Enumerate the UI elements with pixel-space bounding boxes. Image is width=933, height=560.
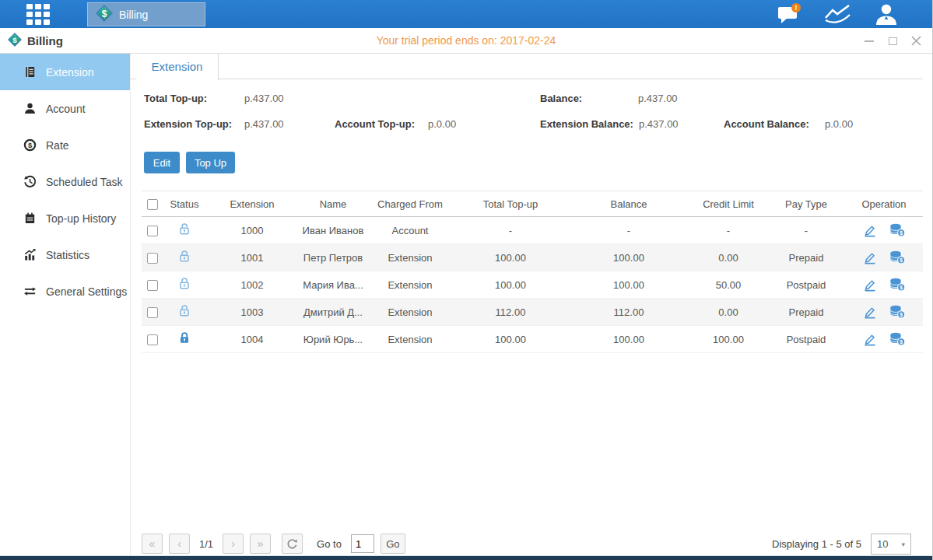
cell-charged-from: Extension: [367, 252, 453, 264]
top-bar: $ Billing !: [0, 0, 932, 28]
sidebar-item-extension[interactable]: Extension: [0, 54, 130, 90]
last-page-button[interactable]: »: [250, 534, 271, 554]
sidebar-label: Rate: [46, 139, 69, 152]
sidebar-item-account[interactable]: Account: [0, 90, 130, 127]
table-row: 1004 Юрий Юрь... Extension 100.00 100.00…: [142, 326, 923, 353]
cell-balance: 100.00: [568, 252, 689, 264]
goto-label: Go to: [317, 538, 342, 550]
cell-name: Мария Ива...: [299, 279, 367, 291]
lock-open-icon: [178, 281, 191, 292]
edit-pencil-icon[interactable]: [862, 224, 877, 237]
billing-app-window: $ Billing !: [0, 0, 933, 560]
go-button[interactable]: Go: [381, 534, 405, 554]
first-page-button[interactable]: «: [142, 534, 163, 554]
notifications-chat-icon[interactable]: !: [775, 2, 805, 26]
col-pay-type: Pay Type: [767, 198, 845, 210]
cell-extension: 1002: [205, 279, 299, 291]
svg-text:$: $: [12, 35, 17, 44]
topup-coins-icon[interactable]: $: [889, 250, 906, 264]
col-total-topup: Total Top-up: [453, 198, 568, 210]
cell-total-topup: -: [453, 225, 568, 236]
select-all-checkbox[interactable]: [147, 199, 158, 210]
table-row: 1003 Дмитрий Д... Extension 112.00 112.0…: [142, 299, 923, 326]
page-size-value: 10: [877, 538, 888, 550]
cell-total-topup: 100.00: [453, 334, 568, 345]
row-checkbox[interactable]: [147, 226, 158, 236]
cell-name: Петр Петров: [299, 252, 367, 264]
svg-text:$: $: [900, 339, 903, 345]
cell-charged-from: Extension: [367, 306, 453, 318]
tab-extension[interactable]: Extension: [136, 54, 219, 80]
cell-extension: 1000: [205, 225, 299, 236]
tab-bar: Extension: [131, 54, 923, 79]
edit-button[interactable]: Edit: [144, 152, 180, 173]
user-account-icon[interactable]: [872, 2, 901, 26]
topbar-billing-tab[interactable]: $ Billing: [87, 2, 205, 26]
resource-monitor-chart-icon[interactable]: [823, 2, 853, 26]
sidebar-item-topup-history[interactable]: Top-up History: [0, 200, 130, 236]
topup-coins-icon[interactable]: $: [889, 223, 906, 237]
extensions-table: Status Extension Name Charged From Total…: [142, 191, 923, 353]
row-checkbox[interactable]: [147, 307, 158, 318]
svg-text:$: $: [28, 141, 33, 149]
edit-pencil-icon[interactable]: [862, 306, 877, 319]
maximize-icon[interactable]: [887, 36, 898, 47]
ledger-icon: [23, 65, 37, 79]
row-checkbox[interactable]: [147, 280, 158, 291]
billing-diamond-icon: $: [96, 5, 113, 25]
lock-open-icon: [178, 226, 191, 238]
cell-extension: 1004: [205, 334, 299, 345]
notebook-icon: [23, 212, 37, 225]
goto-page-input[interactable]: [351, 534, 374, 553]
cell-balance: 100.00: [568, 279, 689, 291]
sidebar-item-rate[interactable]: $ Rate: [0, 127, 130, 163]
refresh-button[interactable]: [282, 534, 303, 554]
cell-credit-limit: -: [689, 225, 767, 236]
edit-pencil-icon[interactable]: [862, 278, 877, 292]
sidebar-label: Top-up History: [46, 212, 116, 225]
col-status: Status: [163, 198, 205, 210]
prev-page-button[interactable]: ‹: [169, 534, 190, 554]
lock-open-icon: [178, 254, 191, 265]
topup-coins-icon[interactable]: $: [889, 305, 906, 319]
cell-name: Юрий Юрь...: [299, 334, 367, 345]
sidebar-item-scheduled-task[interactable]: Scheduled Task: [0, 163, 130, 200]
topup-button[interactable]: Top Up: [186, 152, 235, 173]
topup-coins-icon[interactable]: $: [889, 332, 906, 346]
billing-diamond-icon-small: $: [8, 33, 22, 50]
sidebar-item-general-settings[interactable]: General Settings: [0, 273, 130, 310]
cell-balance: 100.00: [568, 334, 689, 345]
cell-name: Дмитрий Д...: [299, 306, 367, 318]
row-checkbox[interactable]: [147, 334, 158, 345]
sidebar: Extension Account $ Rate Scheduled Task: [0, 54, 131, 555]
next-page-button[interactable]: ›: [223, 534, 244, 554]
balance-value: p.437.00: [638, 93, 678, 104]
col-extension: Extension: [205, 198, 299, 210]
minimize-icon[interactable]: [864, 36, 875, 47]
close-icon[interactable]: [910, 36, 921, 47]
sidebar-label: Extension: [46, 66, 93, 79]
account-topup-value: p.0.00: [428, 118, 456, 130]
page-size-select[interactable]: 10 ▾: [871, 534, 911, 555]
row-checkbox[interactable]: [147, 253, 158, 264]
edit-pencil-icon[interactable]: [862, 333, 877, 346]
svg-text:$: $: [900, 230, 903, 236]
extension-balance-value: p.437.00: [639, 118, 679, 130]
edit-pencil-icon[interactable]: [862, 251, 877, 264]
table-header-row: Status Extension Name Charged From Total…: [142, 191, 923, 217]
main-content: Extension Total Top-up: p.437.00 Balance…: [131, 54, 933, 555]
window-title: Billing: [27, 34, 63, 47]
svg-text:$: $: [900, 257, 903, 264]
sidebar-item-statistics[interactable]: Statistics: [0, 236, 130, 273]
lock-open-icon: [178, 308, 191, 320]
table-row: 1000 Иван Иванов Account - - - -: [142, 217, 923, 244]
cell-pay-type: Prepaid: [767, 306, 845, 318]
dollar-circle-icon: $: [23, 138, 37, 152]
topup-coins-icon[interactable]: $: [889, 278, 906, 292]
app-launcher-grid-icon[interactable]: [26, 4, 54, 25]
cell-pay-type: Postpaid: [767, 334, 845, 345]
cell-balance: -: [568, 225, 689, 236]
col-name: Name: [299, 198, 367, 210]
cell-credit-limit: 0.00: [689, 306, 767, 318]
cell-credit-limit: 100.00: [689, 334, 767, 345]
